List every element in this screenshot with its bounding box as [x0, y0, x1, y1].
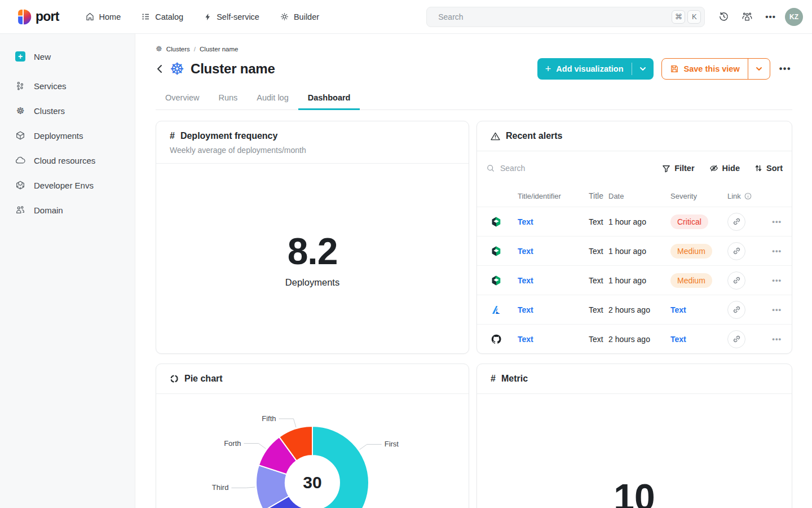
sidebar-item-clusters[interactable]: ☸Clusters: [0, 98, 135, 123]
save-view-button[interactable]: Save this view: [661, 58, 770, 80]
alert-title-link[interactable]: Text: [518, 217, 589, 226]
chevron-down-icon[interactable]: [632, 67, 654, 71]
sidebar-item-services[interactable]: Services: [0, 73, 135, 98]
alerts-filter-button[interactable]: Filter: [662, 164, 694, 173]
team-icon[interactable]: [742, 12, 753, 22]
alert-title-link[interactable]: Text: [518, 335, 589, 344]
card-title: Pie chart: [184, 374, 223, 384]
row-more-icon[interactable]: •••: [771, 247, 783, 255]
external-link-icon[interactable]: [727, 213, 745, 231]
services-icon: [15, 81, 25, 91]
nav-item-builder[interactable]: Builder: [280, 12, 319, 21]
row-more-icon[interactable]: •••: [771, 217, 783, 226]
column-date: Date: [608, 192, 670, 200]
nav-item-label: Catalog: [155, 12, 183, 21]
card-subtitle: Weekly average of deployments/month: [170, 146, 455, 155]
alert-subtitle: Text: [589, 247, 604, 256]
sidebar-item-label: Services: [34, 81, 67, 91]
plus-square-icon: +: [15, 51, 25, 62]
more-options-icon[interactable]: •••: [778, 62, 792, 76]
alerts-sort-button[interactable]: Sort: [754, 164, 783, 173]
info-icon: [744, 192, 752, 200]
severity-link[interactable]: Text: [670, 305, 686, 314]
card-title: Metric: [501, 374, 528, 384]
tab-audit-log[interactable]: Audit log: [247, 87, 298, 110]
alert-date: 1 hour ago: [608, 217, 670, 226]
severity-badge: Critical: [670, 214, 708, 229]
sidebar-item-deployments[interactable]: Deployments: [0, 123, 135, 148]
sidebar-item-label: Clusters: [34, 106, 65, 116]
pie-slice-first[interactable]: [312, 426, 369, 508]
alert-date: 2 hours ago: [608, 305, 670, 314]
cmd-key: ⌘: [672, 10, 685, 24]
severity-badge: Medium: [670, 273, 712, 288]
table-row: Text Text 1 hour ago Medium •••: [477, 236, 792, 265]
main-content: ☸ Clusters / Cluster name ☸ Cluster name…: [135, 34, 812, 508]
users-icon: [15, 205, 25, 215]
label-leader-line: [231, 487, 255, 488]
breadcrumb-clusters[interactable]: Clusters: [166, 46, 190, 52]
pie-chart: First Second Third Forth Fifth 30: [156, 394, 469, 508]
alert-date: 2 hours ago: [608, 335, 670, 344]
page-title: Cluster name: [191, 61, 275, 77]
nav-item-self-service[interactable]: Self-service: [204, 12, 259, 21]
sidebar-item-developer-envs[interactable]: Developer Envs: [0, 173, 135, 198]
external-link-icon[interactable]: [727, 271, 745, 290]
severity-badge: Medium: [670, 244, 712, 259]
alerts-tools: Filter Hide Sort: [662, 164, 783, 173]
pie-label-forth: Forth: [224, 439, 241, 448]
breadcrumb-separator: /: [194, 46, 196, 52]
add-visualization-button[interactable]: +Add visualization: [537, 58, 654, 80]
table-row: Text Text 2 hours ago Text •••: [477, 295, 792, 324]
severity-link[interactable]: Text: [670, 335, 686, 344]
chevron-down-icon[interactable]: [748, 67, 770, 71]
back-button[interactable]: [156, 63, 164, 75]
row-more-icon[interactable]: •••: [771, 305, 783, 314]
kubernetes-icon: ☸: [156, 45, 162, 52]
avatar[interactable]: KZ: [785, 8, 803, 26]
external-link-icon[interactable]: [727, 330, 745, 348]
port-logo[interactable]: port: [17, 8, 59, 25]
external-link-icon[interactable]: [727, 301, 745, 319]
alert-title-link[interactable]: Text: [518, 276, 589, 285]
label-leader-line: [360, 444, 382, 449]
table-row: Text Text 1 hour ago Critical •••: [477, 207, 792, 236]
sort-icon: [754, 164, 762, 172]
tab-overview[interactable]: Overview: [156, 87, 209, 110]
metric-value: 10: [614, 476, 655, 508]
sidebar-item-domain[interactable]: Domain: [0, 198, 135, 222]
global-search-input[interactable]: [438, 12, 667, 21]
primary-nav: Home Catalog Self-service Builder: [85, 12, 320, 21]
sidebar-item-cloud-resources[interactable]: Cloud resources: [0, 148, 135, 173]
row-more-icon[interactable]: •••: [771, 335, 783, 343]
row-more-icon[interactable]: •••: [771, 276, 783, 284]
global-search[interactable]: ⌘ K: [426, 7, 705, 27]
pie-label-fifth: Fifth: [262, 414, 276, 423]
kubernetes-icon: ☸: [170, 61, 184, 77]
nav-item-home[interactable]: Home: [85, 12, 121, 21]
external-link-icon[interactable]: [727, 242, 745, 260]
number-icon: #: [491, 374, 496, 384]
nav-item-catalog[interactable]: Catalog: [141, 12, 183, 21]
more-icon[interactable]: •••: [765, 12, 776, 21]
pie-chart-card: Pie chart First Second Third Forth Fifth…: [156, 364, 469, 508]
port-logo-mark: [17, 8, 32, 25]
search-shortcut: ⌘ K: [672, 10, 701, 24]
alert-title-link[interactable]: Text: [518, 247, 589, 256]
alert-title-link[interactable]: Text: [518, 305, 589, 314]
pie-label-first: First: [385, 440, 399, 448]
history-icon[interactable]: [718, 11, 729, 22]
pie-center-value: 30: [303, 473, 321, 492]
tab-dashboard[interactable]: Dashboard: [298, 87, 360, 110]
alerts-hide-button[interactable]: Hide: [709, 164, 740, 173]
alert-subtitle: Text: [589, 276, 604, 285]
alerts-search[interactable]: [486, 164, 662, 173]
label-leader-line: [279, 419, 297, 427]
tab-runs[interactable]: Runs: [209, 87, 247, 110]
kubernetes-icon: ☸: [15, 106, 25, 116]
newrelic-icon: [486, 246, 506, 257]
alerts-search-input[interactable]: [500, 164, 590, 173]
sidebar-item-label: New: [34, 52, 51, 62]
sidebar-item-new[interactable]: +New: [0, 44, 135, 69]
sidebar: +New Services ☸Clusters Deployments Clou…: [0, 34, 135, 508]
